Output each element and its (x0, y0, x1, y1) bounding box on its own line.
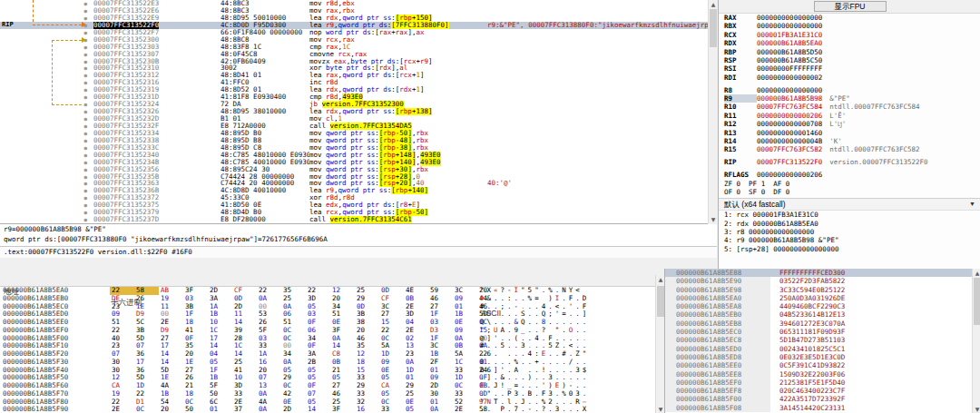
breakpoint-dot[interactable]: ● (83, 137, 87, 144)
disasm-row[interactable]: ●00007FFC3135233848:895D B8mov qword ptr… (0, 137, 708, 144)
breakpoint-dot[interactable]: ● (83, 130, 87, 137)
stack-row[interactable]: 000000B61A8B5F00422A3517D723392F (665, 395, 980, 403)
disasm-row[interactable]: ●00007FFC3135234B48:C785 40010000 E09304… (0, 159, 708, 166)
dump-byte[interactable]: 33 (379, 406, 404, 413)
breakpoint-dot[interactable]: ● (83, 216, 87, 223)
dump-byte[interactable]: 2E (453, 406, 477, 413)
register-value[interactable]: 0000000000001460 (757, 129, 822, 137)
disasm-row[interactable]: ●00007FFC3135237948:8D4D B0lea rcx,qword… (0, 209, 708, 216)
dump-byte[interactable]: 0A (257, 406, 281, 413)
breakpoint-dot[interactable]: ● (83, 152, 87, 159)
register-value[interactable]: 00000000FFFFFFFF (757, 64, 822, 73)
disasm-row[interactable]: ●00007FFC3135236B4C:8D8D 40010000lea r9,… (0, 187, 708, 194)
breakpoint-dot[interactable]: ● (83, 79, 87, 86)
breakpoint-dot[interactable]: ● (83, 115, 87, 123)
disasm-row[interactable]: ●00007FFC3135232472 DAjb version.7FFC313… (0, 101, 708, 108)
register-value[interactable]: 000000B61A8B5EA0 (757, 39, 822, 47)
disasm-row[interactable]: ●00007FFC313522E648:8BC3mov rax,rbx (0, 7, 708, 15)
register-value[interactable]: 00007FFC763FC584 (757, 103, 822, 111)
register-row[interactable]: R110000000000000206L'Ȇ' (719, 112, 980, 120)
disasm-row[interactable]: ●00007FFC3135234048:C785 48010000 E09304… (0, 152, 708, 159)
breakpoint-dot[interactable]: ● (83, 7, 87, 15)
register-value[interactable]: 00007FFC313522F0 (757, 158, 822, 166)
breakpoint-dot[interactable]: ● (83, 202, 87, 209)
scrollbar-thumb[interactable] (974, 278, 980, 325)
register-row[interactable]: R80000000000000000 (719, 86, 980, 94)
breakpoint-dot[interactable]: ● (83, 123, 87, 130)
breakpoint-dot[interactable]: ● (83, 0, 87, 7)
disasm-row[interactable]: ●00007FFC313522E948:8D95 50010000lea rdx… (0, 15, 708, 22)
register-value[interactable]: 0000000000000002 (757, 74, 822, 82)
register-value[interactable]: 0000000000000000 (757, 86, 822, 94)
disasm-row[interactable]: ●00007FFC3135230B42:0FB60409movzx eax,by… (0, 58, 708, 65)
dump-byte[interactable]: 0A (428, 406, 453, 413)
breakpoint-dot[interactable]: ● (83, 64, 87, 72)
dump-byte[interactable]: 2D (281, 406, 306, 413)
register-row[interactable]: RDI0000000000000002 (719, 74, 980, 82)
breakpoint-dot[interactable]: ● (83, 144, 87, 152)
calling-convention-select[interactable]: 默认 (x64 fastcall) ▼ (719, 199, 980, 211)
stack-row[interactable]: 000000B61A8B5E9003522F2D3FAB5822 (665, 277, 980, 285)
disasm-row[interactable]: ●00007FFC313522F766:0F1F8400 00000000nop… (0, 29, 708, 36)
breakpoint-dot[interactable]: ● (83, 187, 87, 194)
disasm-row[interactable]: ●00007FFC3135232648:8D95 38010000lea rdx… (0, 108, 708, 115)
dump-byte[interactable]: 37 (232, 406, 257, 413)
disasm-row[interactable]: ●00007FFC3135233448:895D B0mov qword ptr… (0, 130, 708, 137)
breakpoint-dot[interactable]: ● (83, 29, 87, 36)
register-value[interactable]: 000000B61A8B5C50 (757, 56, 822, 64)
disasm-row[interactable]: ●00007FFC313522E344:8BC3mov r8d,ebx (0, 0, 708, 7)
register-row[interactable]: R130000000000001460 (719, 129, 980, 137)
breakpoint-dot[interactable]: ● (83, 15, 87, 22)
stack-row[interactable]: 000000B61A8B5E88FFFFFFFFFFCED300 (665, 269, 980, 277)
stack-row[interactable]: 000000B61A8B5EB8394601272E3C070A (665, 320, 980, 328)
register-value[interactable]: 0000000000000000 (757, 22, 822, 30)
dump-byte[interactable]: 50 (183, 406, 208, 413)
register-row[interactable]: RAX0000000000000000 (719, 14, 980, 22)
register-row[interactable]: RIP00007FFC313522F0version.00007FFC31352… (719, 158, 980, 166)
register-row[interactable]: R1000007FFC763FC584ntdll.00007FFC763FC58… (719, 103, 980, 111)
stack-row[interactable]: 000000B61A8B5ED0002434101825C5C1 (665, 345, 980, 353)
disasm-row[interactable]: ●00007FFC3135231D41:81F8 E0930400cmp r8d… (0, 93, 708, 101)
disasm-row[interactable]: ●00007FFC3135235BC74424 28 00000000mov d… (0, 173, 708, 181)
disasm-row[interactable]: ●00007FFC3135237541:8D50 0Elea edx,qword… (0, 202, 708, 209)
disasm-row[interactable]: ●00007FFC3135230748:0F45C8cmovne rcx,rax (0, 51, 708, 58)
stack-row[interactable]: 000000B61A8B5F083A14514420C23131 (665, 404, 980, 412)
register-row[interactable]: RBX0000000000000000 (719, 22, 980, 30)
scrollbar-thumb[interactable] (657, 286, 664, 317)
breakpoint-dot[interactable]: ● (83, 72, 87, 79)
register-row[interactable]: R14000000000000004B'K' (719, 137, 980, 145)
disasm-row[interactable]: ●00007FFC31352363C74424 20 40000000mov d… (0, 180, 708, 187)
dump-byte[interactable]: 01 (208, 406, 232, 413)
stack-row[interactable]: 000000B61A8B5EA0250A0D3A031926DE (665, 294, 980, 302)
disassembly-scrollbar[interactable]: ▲ ▼ (708, 0, 718, 223)
breakpoint-dot[interactable]: ● (83, 58, 87, 65)
register-value[interactable]: 0000000000000206 (757, 171, 822, 179)
dump-byte[interactable]: 05 (404, 406, 428, 413)
register-row[interactable]: RSI00000000FFFFFFFF (719, 64, 980, 73)
show-fpu-button[interactable]: 显示FPU (814, 1, 887, 12)
dump-byte[interactable]: 3F (330, 406, 355, 413)
breakpoint-dot[interactable]: ● (83, 93, 87, 101)
disasm-row[interactable]: ●00007FFC3135231948:8D52 01lea rdx,qword… (0, 86, 708, 93)
register-value[interactable]: 000001FB3A1E31C0 (757, 31, 822, 39)
disasm-row[interactable]: ●00007FFC3135231248:8D41 01lea rax,qword… (0, 72, 708, 79)
disasm-row[interactable]: ●00007FFC313523103002xor byte ptr ds:[rd… (0, 64, 708, 72)
breakpoint-dot[interactable]: ● (83, 180, 87, 187)
scroll-down-icon[interactable]: ▼ (709, 215, 718, 223)
scroll-up-icon[interactable]: ▲ (709, 0, 718, 8)
stack-row[interactable]: 000000B61A8B5ED80E032E3E5D1E3C0D (665, 353, 980, 361)
breakpoint-dot[interactable]: ● (83, 101, 87, 108)
disasm-row[interactable]: RIP●00007FFC313522F04C:8D0D F95D0300lea … (0, 22, 708, 29)
dump-scrollbar[interactable]: ▲ ▼ (655, 275, 664, 413)
disasm-row[interactable]: ●00007FFC3135230048:8BC8mov rcx,rax (0, 36, 708, 44)
stack-scrollbar[interactable]: ▲ ▼ (972, 269, 980, 413)
scroll-up-icon[interactable]: ▲ (656, 275, 664, 283)
dump-byte[interactable]: 0C (134, 406, 159, 413)
breakpoint-dot[interactable]: ● (83, 173, 87, 181)
stack-row[interactable]: 000000B61A8B5EF8020C463400223C7F (665, 387, 980, 395)
dump-byte[interactable]: 2E (110, 406, 134, 413)
dump-byte[interactable]: 14 (306, 406, 330, 413)
disasm-row[interactable]: ●00007FFC3135233C48:895D C8mov qword ptr… (0, 144, 708, 152)
breakpoint-dot[interactable]: ● (83, 51, 87, 58)
stack-row[interactable]: 000000B61A8B5EF02125381F5E1F5D40 (665, 379, 980, 387)
